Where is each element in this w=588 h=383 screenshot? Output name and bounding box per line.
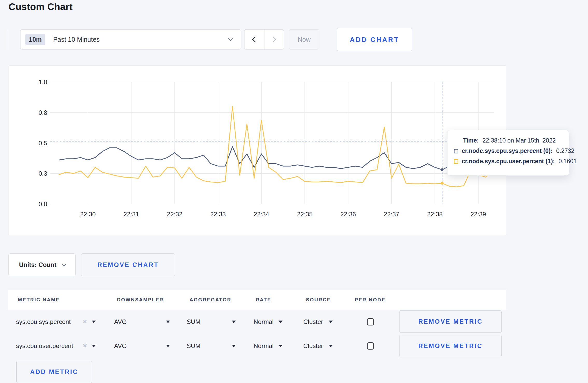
rate-cell[interactable]: Normal	[254, 310, 274, 334]
time-next-button[interactable]	[264, 29, 284, 49]
header-metric-name: METRIC NAME	[18, 290, 60, 310]
toolbar-divider	[8, 30, 8, 50]
x-axis-tick-label: 22:35	[297, 211, 312, 218]
rate-cell[interactable]: Normal	[254, 334, 274, 358]
add-metric-button[interactable]: ADD METRIC	[16, 361, 92, 383]
per-node-checkbox[interactable]	[367, 318, 374, 325]
table-row: sys.cpu.user.percent ✕ AVG SUM Normal Cl…	[8, 334, 506, 358]
caret-down-icon[interactable]	[329, 321, 333, 323]
tooltip-sys-series-value: 0.2732	[556, 147, 574, 154]
metric-caret-cell	[92, 310, 96, 334]
tooltip-time-row: Time: 22:38:10 on Mar 15th, 2022	[463, 137, 563, 144]
units-select[interactable]: Units: Count	[8, 253, 76, 276]
user-percent-line	[59, 106, 493, 187]
aggregator-cell[interactable]: SUM	[187, 310, 200, 334]
source-cell[interactable]: Cluster	[303, 310, 323, 334]
metric-name: sys.cpu.user.percent	[16, 342, 73, 350]
rate-value: Normal	[254, 318, 274, 325]
tooltip-sys-series-row: cr.node.sys.cpu.sys.percent (0): 0.2732	[454, 147, 563, 154]
tooltip-user-series-row: cr.node.sys.cpu.user.percent (1): 0.1601	[454, 158, 563, 165]
x-axis-tick-label: 22:39	[471, 211, 486, 218]
downsampler-value: AVG	[114, 318, 127, 325]
y-axis-tick-label: 0.8	[39, 109, 47, 116]
per-node-cell	[367, 310, 374, 334]
chevron-down-icon	[62, 262, 66, 266]
remove-metric-button[interactable]: REMOVE METRIC	[399, 310, 502, 333]
source-caret-cell	[329, 310, 333, 334]
add-chart-button[interactable]: ADD CHART	[337, 28, 412, 51]
downsampler-caret-cell	[166, 334, 170, 358]
per-node-checkbox[interactable]	[367, 342, 374, 350]
time-range-select[interactable]: 10m Past 10 Minutes	[20, 29, 241, 49]
now-button[interactable]: Now	[289, 29, 319, 49]
metric-name-cell: sys.cpu.user.percent	[16, 334, 73, 358]
remove-chart-button[interactable]: REMOVE CHART	[81, 253, 175, 276]
aggregator-value: SUM	[187, 342, 200, 350]
metrics-table-header: METRIC NAME DOWNSAMPLER AGGREGATOR RATE …	[8, 290, 506, 310]
x-axis-tick-label: 22:33	[210, 211, 226, 218]
downsampler-caret-cell	[166, 310, 170, 334]
caret-down-icon[interactable]	[166, 345, 170, 347]
source-caret-cell	[329, 334, 333, 358]
rate-caret-cell	[278, 310, 283, 334]
tooltip-user-series-label: cr.node.sys.cpu.user.percent (1):	[462, 158, 555, 165]
caret-down-icon[interactable]	[278, 321, 283, 323]
metric-caret-cell	[92, 334, 96, 358]
sys-series-hover-dot	[441, 168, 444, 171]
header-source: SOURCE	[306, 290, 331, 310]
y-axis-tick-label: 0.5	[39, 140, 47, 147]
chevron-down-icon	[228, 36, 233, 41]
downsampler-cell[interactable]: AVG	[114, 310, 127, 334]
downsampler-cell[interactable]: AVG	[114, 334, 127, 358]
time-range-badge: 10m	[25, 34, 45, 45]
source-cell[interactable]: Cluster	[303, 334, 323, 358]
clear-metric-icon[interactable]: ✕	[82, 318, 87, 325]
y-axis-tick-label: 0.0	[39, 201, 47, 208]
time-nav-group	[244, 29, 284, 49]
caret-down-icon[interactable]	[232, 345, 236, 347]
source-value: Cluster	[303, 342, 323, 350]
chevron-right-icon	[270, 37, 276, 42]
remove-metric-button[interactable]: REMOVE METRIC	[399, 335, 502, 357]
x-axis-tick-label: 22:31	[123, 211, 139, 218]
x-axis-tick-label: 22:38	[427, 211, 443, 218]
chevron-left-icon	[252, 37, 258, 42]
page-title: Custom Chart	[9, 2, 73, 12]
caret-down-icon[interactable]	[92, 321, 96, 323]
chart-canvas[interactable]: 0.00.30.50.81.022:3022:3122:3222:3322:34…	[9, 66, 507, 236]
metric-clear-cell: ✕	[82, 334, 87, 358]
metric-name-cell: sys.cpu.sys.percent	[16, 310, 71, 334]
header-rate: RATE	[256, 290, 271, 310]
x-axis-tick-label: 22:30	[80, 211, 96, 218]
tooltip-user-series-value: 0.1601	[558, 158, 577, 165]
rate-value: Normal	[254, 342, 274, 350]
source-value: Cluster	[303, 318, 323, 325]
aggregator-cell[interactable]: SUM	[187, 334, 200, 358]
tooltip-time-value: 22:38:10 on Mar 15th, 2022	[482, 137, 556, 144]
metric-clear-cell: ✕	[82, 310, 87, 334]
rate-caret-cell	[278, 334, 283, 358]
time-prev-button[interactable]	[244, 29, 264, 49]
caret-down-icon[interactable]	[166, 321, 170, 323]
clear-metric-icon[interactable]: ✕	[82, 342, 87, 349]
x-axis-tick-label: 22:37	[384, 211, 399, 218]
caret-down-icon[interactable]	[232, 321, 236, 323]
user-series-swatch-icon	[454, 159, 458, 164]
aggregator-caret-cell	[232, 310, 236, 334]
tooltip-sys-series-label: cr.node.sys.cpu.sys.percent (0):	[462, 147, 552, 154]
metric-name: sys.cpu.sys.percent	[16, 318, 71, 325]
chart-card: 0.00.30.50.81.022:3022:3122:3222:3322:34…	[9, 65, 506, 236]
header-aggregator: AGGREGATOR	[190, 290, 232, 310]
aggregator-value: SUM	[187, 318, 200, 325]
per-node-cell	[367, 334, 374, 358]
header-downsampler: DOWNSAMPLER	[117, 290, 164, 310]
units-label: Units: Count	[19, 261, 57, 268]
caret-down-icon[interactable]	[278, 345, 283, 347]
y-axis-tick-label: 1.0	[39, 79, 47, 86]
caret-down-icon[interactable]	[329, 345, 333, 347]
sys-percent-line	[59, 147, 493, 170]
caret-down-icon[interactable]	[92, 345, 96, 347]
downsampler-value: AVG	[114, 342, 127, 350]
sys-series-swatch-icon	[454, 149, 458, 153]
x-axis-tick-label: 22:32	[167, 211, 183, 218]
